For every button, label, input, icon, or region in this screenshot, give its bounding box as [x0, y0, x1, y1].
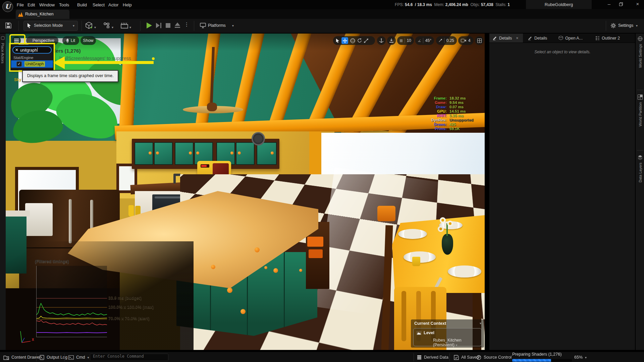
details-tab-bar: Details × Details Open A... Outliner 2 — [489, 34, 636, 43]
svg-text:+: + — [90, 25, 92, 29]
tab-details-2[interactable]: Details — [525, 34, 553, 43]
grid-snap-control[interactable]: 10 — [397, 36, 414, 45]
camera-speed-control[interactable]: 4 — [458, 36, 474, 45]
stat-search-input[interactable]: ✕ unitgraph — [12, 46, 52, 54]
max-label: 100.0% x 100.0% (max) — [108, 305, 154, 309]
scale-snap-control[interactable]: 0.25 — [436, 36, 457, 45]
close-button[interactable]: × — [633, 1, 642, 7]
tab-open-asset[interactable]: Open A... — [555, 34, 589, 43]
status-bar: Content Drawer Output Log Cmd▾ Enter Con… — [0, 351, 644, 362]
context-collapse-chevron[interactable]: ▾ — [480, 321, 481, 325]
restore-button[interactable] — [619, 2, 628, 6]
blueprints-chevron[interactable]: ▾ — [112, 25, 113, 29]
frame-skip-button[interactable] — [156, 23, 162, 28]
sidebar-tab-data-layers[interactable]: Data Layers — [636, 155, 644, 182]
shader-progress-bar — [512, 359, 572, 362]
budget-label: 33.9 ms (budget) — [108, 296, 142, 300]
platforms-dropdown[interactable]: Platforms ▾ — [200, 21, 237, 30]
grid-snap-icon — [400, 39, 402, 43]
play-options-kebab[interactable]: ⋮ — [184, 21, 189, 27]
add-actor-chevron[interactable]: ▾ — [94, 25, 96, 29]
tab-close-icon[interactable]: × — [516, 36, 518, 41]
stat-result-row[interactable]: ✓ UnitGraph — [11, 60, 53, 68]
all-saved-button[interactable]: All Saved — [454, 352, 479, 362]
gear-icon — [610, 23, 616, 28]
level-mountain-icon — [416, 331, 422, 335]
cinematics-chevron[interactable]: ▾ — [129, 25, 131, 29]
sidebar-tab-world-settings[interactable]: World Settings — [636, 36, 644, 68]
alert-label: 70.0% x 70.0% (alert) — [108, 316, 150, 321]
cinematics-button[interactable] — [121, 22, 128, 28]
world-local-toggle[interactable] — [377, 36, 386, 45]
select-tool-icon[interactable] — [336, 39, 339, 43]
derived-data-button[interactable]: Derived Data — [417, 352, 448, 362]
perspective-dropdown[interactable]: Perspective — [26, 36, 58, 45]
move-tool-icon[interactable] — [341, 37, 348, 44]
world-settings-icon — [638, 36, 643, 41]
play-button[interactable] — [147, 22, 152, 28]
outliner-icon — [595, 36, 600, 40]
rhi-time-series — [37, 333, 107, 333]
tab-label: Rubes_Kitchen — [25, 12, 54, 16]
source-control-button[interactable]: Source Control — [476, 352, 512, 362]
derived-data-icon — [417, 355, 422, 360]
axis-gizmo: X — [18, 328, 35, 345]
session-title: RubeGoldberg — [526, 0, 592, 9]
checkbox-checked-icon[interactable]: ✓ — [16, 61, 22, 67]
cmd-dropdown[interactable]: Cmd▾ — [68, 352, 89, 362]
shader-progress-fill — [512, 359, 551, 362]
tab-rubes-kitchen[interactable]: Rubes_Kitchen — [16, 10, 69, 19]
frame-time-series — [37, 303, 107, 315]
rotate-snap-icon[interactable] — [357, 38, 362, 43]
clear-search-icon[interactable]: ✕ — [15, 48, 18, 52]
settings-dropdown[interactable]: Settings ▾ — [610, 21, 641, 30]
output-log-button[interactable]: Output Log — [40, 352, 67, 362]
rotate-tool-icon[interactable] — [350, 38, 355, 43]
quad-view-button[interactable] — [475, 36, 484, 45]
menu-tools[interactable]: Tools — [59, 2, 69, 7]
eject-button[interactable] — [175, 22, 180, 28]
shader-progress-label: Preparing Shaders (1,276) — [512, 349, 561, 360]
blueprints-button[interactable] — [103, 22, 110, 29]
menu-select[interactable]: Select — [93, 2, 105, 7]
menu-file[interactable]: File — [17, 2, 24, 7]
open-asset-icon — [558, 36, 563, 40]
lit-sphere-icon — [66, 39, 69, 43]
minimize-button[interactable]: – — [605, 1, 613, 7]
world-partition-icon — [638, 95, 643, 100]
sidebar-tab-world-partition[interactable]: World Partition — [636, 95, 644, 126]
save-button[interactable] — [5, 22, 12, 29]
unitgraph-panel — [36, 266, 107, 337]
menu-actor[interactable]: Actor — [108, 2, 118, 7]
lit-mode-dropdown[interactable]: Lit — [62, 36, 79, 45]
annotation-arrow-shaft — [64, 61, 154, 64]
shader-screen-message: lers (1,276) — [54, 48, 80, 54]
level-value-dropdown[interactable]: Rubes_Kitchen (Persistent) ▾ — [433, 338, 481, 347]
tab-outliner-2[interactable]: Outliner 2 — [592, 34, 627, 43]
scale-tool-icon[interactable] — [364, 39, 368, 43]
rotation-snap-control[interactable]: 45° — [415, 36, 434, 45]
gpu-time-series — [37, 320, 107, 325]
current-context-panel: Current Context ▾ Level Rubes_Kitchen (P… — [411, 319, 484, 348]
menu-help[interactable]: Help — [123, 2, 132, 7]
selection-mode-dropdown[interactable]: Selection Mode ▾ — [23, 21, 78, 31]
menu-edit[interactable]: Edit — [28, 2, 35, 7]
console-command-input[interactable]: Enter Console Command — [90, 354, 168, 361]
menu-window[interactable]: Window — [39, 2, 55, 7]
stat-search-popup: ✕ unitgraph Stat/Engine ✓ UnitGraph — [11, 45, 53, 70]
current-context-title: Current Context — [414, 321, 446, 326]
tab-details-active[interactable]: Details × — [489, 34, 523, 43]
unreal-logo-icon[interactable]: U — [2, 1, 13, 12]
place-actors-icon — [1, 36, 5, 40]
output-log-icon — [40, 355, 44, 360]
level-viewport[interactable]: Perspective Lit Show 10 45° 0.25 4 — [6, 34, 485, 350]
add-actor-button[interactable]: + — [86, 22, 93, 29]
surface-snapping-button[interactable] — [387, 36, 396, 45]
angle-snap-icon — [418, 39, 421, 43]
place-actors-sidebar[interactable]: Place Actors — [0, 34, 6, 350]
show-dropdown[interactable]: Show — [80, 36, 96, 45]
stop-button[interactable] — [166, 23, 170, 28]
menu-build[interactable]: Build — [77, 2, 87, 7]
progress-chevron[interactable]: ▾ — [585, 356, 587, 359]
content-drawer-button[interactable]: Content Drawer — [3, 352, 41, 362]
